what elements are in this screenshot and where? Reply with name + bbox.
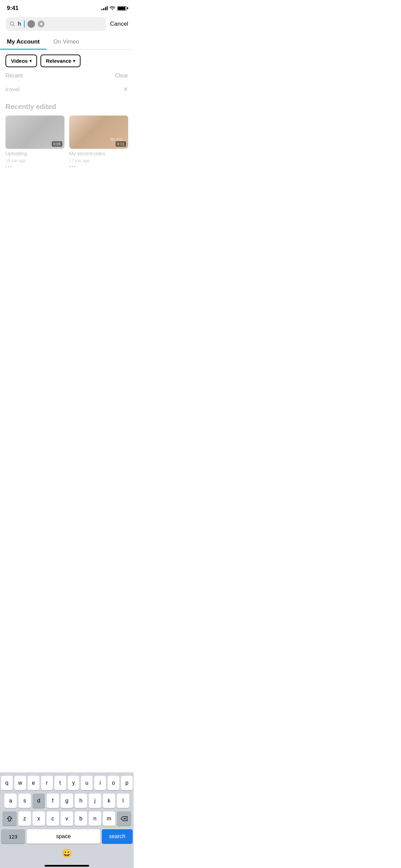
thumb-overlay-text: My first...	[110, 137, 125, 141]
video-thumbnail-1: 0:05	[5, 116, 64, 149]
wifi-icon	[110, 6, 115, 11]
tab-my-account[interactable]: My Account	[0, 34, 47, 49]
video-dots-1	[5, 166, 64, 167]
video-card[interactable]: 0:05 Uploading 19 min ago	[5, 116, 64, 167]
svg-line-1	[13, 25, 15, 26]
signal-icon	[101, 6, 108, 10]
recent-label: Recent	[5, 73, 23, 79]
search-icon	[10, 21, 15, 27]
chevron-down-icon: ▾	[29, 59, 32, 63]
recent-item-text: travel	[5, 86, 20, 93]
video-card[interactable]: My first... 0:11 My second video 17 min …	[69, 116, 128, 167]
search-input-wrapper[interactable]: h	[5, 17, 106, 31]
recently-edited-title: Recently edited	[0, 97, 134, 116]
status-icons	[101, 6, 127, 11]
video-thumbnail-2: My first... 0:11	[69, 116, 128, 149]
voice-dot	[27, 20, 35, 28]
status-time: 9:41	[7, 5, 19, 12]
video-meta-2: 17 min ago	[69, 158, 128, 163]
tab-on-vimeo[interactable]: On Vimeo	[47, 34, 86, 49]
filter-relevance-button[interactable]: Relevance ▾	[40, 55, 81, 67]
chevron-down-icon: ▾	[73, 59, 75, 63]
tabs: My Account On Vimeo	[0, 34, 134, 50]
cancel-button[interactable]: Cancel	[110, 21, 128, 27]
filter-row: Videos ▾ Relevance ▾	[0, 50, 134, 71]
filter-videos-button[interactable]: Videos ▾	[5, 55, 37, 67]
clear-input-button[interactable]	[38, 21, 45, 27]
clear-recent-button[interactable]: Clear	[115, 73, 128, 79]
recent-section-header: Recent Clear	[0, 71, 134, 82]
status-bar: 9:41	[0, 0, 134, 14]
search-input-text: h	[18, 21, 21, 27]
recent-item: travel ✕	[0, 82, 134, 97]
video-dots-2	[69, 166, 128, 167]
cursor	[24, 21, 25, 27]
video-title-1: Uploading	[5, 151, 64, 156]
remove-recent-item-button[interactable]: ✕	[123, 86, 128, 93]
duration-badge-1: 0:05	[52, 141, 62, 147]
search-bar: h Cancel	[0, 14, 134, 34]
battery-icon	[117, 6, 127, 11]
video-grid: 0:05 Uploading 19 min ago My first... 0:…	[0, 116, 134, 167]
video-meta-1: 19 min ago	[5, 158, 64, 163]
duration-badge-2: 0:11	[116, 141, 126, 147]
video-title-2: My second video	[69, 151, 128, 156]
